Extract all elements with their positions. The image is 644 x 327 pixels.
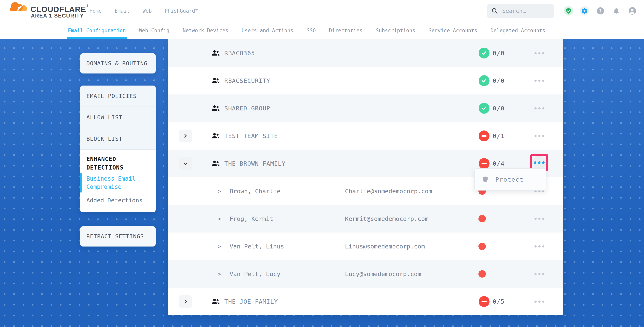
member-name: Brown, Charlie <box>230 177 280 205</box>
table-row-member: >Van Pelt, LinusLinus@somedemocorp.com <box>168 233 563 260</box>
check-icon <box>481 77 488 84</box>
enhanced-detections-title: ENHANCED DETECTIONS <box>80 150 151 172</box>
expand-group-button[interactable] <box>179 130 192 142</box>
section-tab-bar: Email ConfigurationWeb ConfigNetwork Dev… <box>0 22 644 39</box>
primary-nav-item-email[interactable]: Email <box>114 8 130 14</box>
status-unprotected-icon <box>478 130 490 141</box>
chevron-right-icon[interactable]: > <box>218 205 221 233</box>
top-bar: CLOUDFLARE® AREA 1 SECURITY HomeEmailWeb… <box>0 0 644 22</box>
menu-item-protect[interactable]: Protect <box>475 169 546 190</box>
protected-count: 0/0 <box>493 39 505 67</box>
brand-name: CLOUDFLARE® <box>30 4 88 14</box>
tab-email-configuration[interactable]: Email Configuration <box>67 22 127 39</box>
table-row-member: >Van Pelt, LucyLucy@somedemocorp.com <box>168 260 563 288</box>
tab-sso[interactable]: SSO <box>306 22 317 39</box>
sidebar-item-block-list[interactable]: BLOCK LIST <box>80 128 156 150</box>
tab-delegated-accounts[interactable]: Delegated Accounts <box>490 22 546 39</box>
member-name: Van Pelt, Lucy <box>230 260 280 288</box>
tab-service-accounts[interactable]: Service Accounts <box>428 22 478 39</box>
group-icon <box>211 297 220 306</box>
group-icon <box>211 104 220 113</box>
group-name: SHARED_GROUP <box>224 94 270 122</box>
primary-nav-item-home[interactable]: Home <box>90 8 102 14</box>
row-actions-menu-button-active[interactable] <box>532 156 546 169</box>
member-name: Van Pelt, Linus <box>230 233 284 260</box>
help-icon: ? <box>596 6 605 15</box>
search-box[interactable] <box>487 4 554 18</box>
table-row-group: THE JOE FAMILY0/5 <box>168 288 563 315</box>
table-row-group: RBACSECURITY0/0 <box>168 67 563 94</box>
primary-nav: HomeEmailWebPhishGuard™ <box>90 0 198 22</box>
settings-icon[interactable] <box>580 6 589 15</box>
collapse-group-button[interactable] <box>179 157 192 170</box>
account-icon[interactable] <box>628 6 637 15</box>
row-actions-menu-button[interactable] <box>532 122 546 150</box>
row-actions-menu-button[interactable] <box>532 94 546 122</box>
sidebar-item-added-detections[interactable]: Added Detections <box>80 194 156 207</box>
row-actions-menu-button[interactable] <box>532 288 546 315</box>
chevron-right-icon <box>182 133 188 139</box>
protected-count: 0/5 <box>493 288 505 315</box>
help-icon[interactable]: ? <box>596 6 605 15</box>
sidebar-item-retract-settings[interactable]: RETRACT SETTINGS <box>80 226 156 247</box>
status-unprotected-icon <box>478 296 490 307</box>
chevron-right-icon[interactable]: > <box>218 260 221 288</box>
notifications-icon[interactable] <box>612 6 621 15</box>
row-actions-menu-button[interactable] <box>532 39 546 67</box>
settings-icon <box>581 7 588 14</box>
cloudflare-cloud-icon <box>8 1 29 12</box>
account-icon <box>628 6 637 15</box>
protected-count: 0/0 <box>493 94 505 122</box>
group-name: THE BROWN FAMILY <box>224 150 286 177</box>
search-input[interactable] <box>502 7 549 14</box>
tab-directories[interactable]: Directories <box>328 22 364 39</box>
row-actions-dropdown: Protect <box>474 168 546 191</box>
group-name: THE JOE FAMILY <box>224 288 278 315</box>
check-icon <box>481 50 488 56</box>
tab-network-devices[interactable]: Network Devices <box>182 22 230 39</box>
app-header: CLOUDFLARE® AREA 1 SECURITY HomeEmailWeb… <box>0 0 644 39</box>
shield-check-icon[interactable] <box>564 6 573 15</box>
chevron-right-icon[interactable]: > <box>218 177 221 205</box>
groups-table: RBACO3650/0RBACSECURITY0/0SHARED_GROUP0/… <box>168 39 563 315</box>
sidebar-item-domains-routing[interactable]: DOMAINS & ROUTING <box>80 53 156 73</box>
status-unprotected-dot <box>478 215 486 222</box>
expand-group-button[interactable] <box>179 295 192 308</box>
group-icon <box>211 49 220 57</box>
sidebar-item-allow-list[interactable]: ALLOW LIST <box>80 107 156 128</box>
chevron-down-icon <box>182 161 188 166</box>
sidebar-item-business-email-compromise[interactable]: Business Email Compromise <box>80 172 156 194</box>
sidebar-item-email-policies[interactable]: EMAIL POLICIES <box>80 85 156 107</box>
status-unprotected-icon <box>478 158 490 169</box>
chevron-right-icon[interactable]: > <box>218 233 221 260</box>
tab-users-and-actions[interactable]: Users and Actions <box>241 22 294 39</box>
group-name: RBACSECURITY <box>224 67 270 94</box>
row-actions-menu-button[interactable] <box>532 233 546 260</box>
member-name: Frog, Kermit <box>230 205 273 233</box>
member-email: Lucy@somedemocorp.com <box>345 260 421 288</box>
header-icon-group: ? <box>564 0 637 22</box>
cloudflare-logo[interactable]: CLOUDFLARE® AREA 1 SECURITY <box>8 1 74 20</box>
svg-text:?: ? <box>599 8 602 13</box>
member-email: Linus@somedemocorp.com <box>345 233 425 260</box>
table-row-group: SHARED_GROUP0/0 <box>168 94 563 122</box>
primary-nav-item-phishguard[interactable]: PhishGuard™ <box>164 8 198 14</box>
tab-subscriptions[interactable]: Subscriptions <box>375 22 416 39</box>
primary-nav-item-web[interactable]: Web <box>142 8 152 14</box>
tab-web-config[interactable]: Web Config <box>138 22 170 39</box>
shield-check-icon <box>565 7 572 14</box>
row-actions-menu-button[interactable] <box>532 260 546 288</box>
menu-item-label: Protect <box>495 176 524 183</box>
member-email: Charlie@somedemocorp.com <box>345 177 432 205</box>
table-row-group: TEST TEAM SITE0/1 <box>168 122 563 150</box>
sidebar-label: RETRACT SETTINGS <box>86 233 144 240</box>
protected-count: 0/1 <box>493 122 505 150</box>
sidebar-label: DOMAINS & ROUTING <box>86 60 148 67</box>
status-protected-icon <box>478 103 490 114</box>
group-icon <box>211 76 220 85</box>
row-actions-menu-button[interactable] <box>532 67 546 94</box>
shield-icon <box>482 176 489 183</box>
status-unprotected-dot <box>478 270 486 278</box>
status-unprotected-dot <box>478 243 486 250</box>
row-actions-menu-button[interactable] <box>532 205 546 233</box>
